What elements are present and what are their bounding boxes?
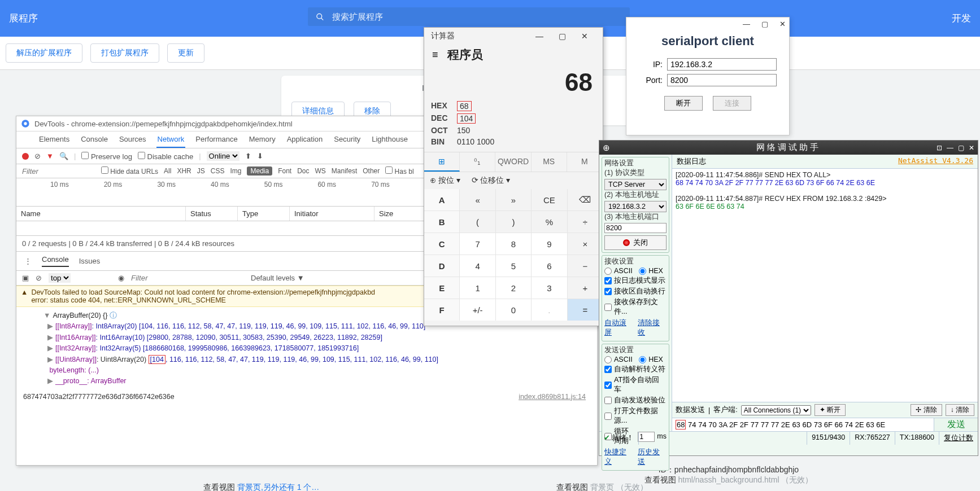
key-div[interactable]: ÷ (568, 211, 603, 233)
bottom-link[interactable]: html/nassh_background.html （无效） (678, 475, 813, 484)
tab-application[interactable]: Application (286, 131, 324, 148)
chip-media[interactable]: Media (247, 166, 272, 176)
key-d[interactable]: D (424, 255, 459, 277)
key-4[interactable]: 4 (460, 255, 495, 277)
clear-icon[interactable]: ⊘ (34, 152, 41, 160)
key-mul[interactable]: × (568, 233, 603, 255)
clear-btn[interactable]: ✢ 清除 (911, 404, 942, 416)
quick-def-link[interactable]: 快捷定义 (604, 448, 633, 467)
search-input[interactable] (332, 12, 622, 21)
file-source-check[interactable] (604, 413, 612, 420)
console-filter-input[interactable] (131, 274, 244, 282)
bitwise-dropdown[interactable]: ⊕ 按位 ▾ (430, 176, 460, 186)
download-icon[interactable]: ⬇ (257, 152, 263, 160)
pack-extension-button[interactable]: 打包扩展程序 (90, 43, 159, 63)
disconnect-button[interactable]: 断开 (664, 96, 703, 111)
reset-count-link[interactable]: 复位计数 (939, 432, 978, 445)
close-button[interactable]: ✕ (573, 32, 596, 41)
auto-wrap-check[interactable] (604, 288, 612, 295)
chip-other[interactable]: Other (363, 167, 380, 175)
tab-elements[interactable]: Elements (38, 131, 71, 148)
console-clear-icon[interactable]: ⊘ (36, 274, 42, 282)
tab-sources[interactable]: Sources (118, 131, 147, 148)
key-9[interactable]: 9 (532, 233, 567, 255)
qword-button[interactable]: QWORD (495, 152, 531, 172)
key-lparen[interactable]: ( (460, 211, 495, 233)
key-add[interactable]: + (568, 277, 603, 299)
key-sub[interactable]: − (568, 255, 603, 277)
filter-icon[interactable]: ▼ (46, 152, 54, 160)
col-status[interactable]: Status (186, 207, 238, 221)
drawer-menu-icon[interactable]: ⋮ (24, 257, 32, 265)
chip-xhr[interactable]: XHR (177, 167, 191, 175)
tab-security[interactable]: Security (333, 131, 361, 148)
spc-close[interactable]: ✕ (779, 20, 786, 28)
key-lsh[interactable]: « (460, 189, 495, 211)
m-button[interactable]: M (567, 152, 603, 172)
chip-js[interactable]: JS (197, 167, 205, 175)
maximize-button[interactable]: ▢ (551, 32, 573, 41)
source-link[interactable]: index.d869b811.js:14 (519, 392, 586, 402)
throttle-select[interactable]: Online (207, 151, 239, 161)
console-levels[interactable]: Default levels ▼ (251, 274, 304, 282)
close-conn-button[interactable]: 关闭 (604, 235, 667, 250)
chip-font[interactable]: Font (278, 167, 291, 175)
console-sidebar-icon[interactable]: ▣ (22, 274, 29, 282)
port-input[interactable] (667, 74, 777, 86)
connect-button[interactable]: 连接 (713, 96, 751, 111)
ip-input[interactable] (667, 58, 777, 71)
key-b[interactable]: B (424, 211, 459, 233)
bit-tab[interactable]: ⁰₁ (460, 152, 495, 172)
dec-label[interactable]: DEC (431, 113, 451, 124)
search-box[interactable] (308, 7, 630, 26)
clear2-btn[interactable]: ↓ 清除 (946, 404, 974, 416)
na-close-icon[interactable]: ✕ (969, 144, 974, 152)
col-name[interactable]: Name (16, 207, 186, 221)
key-equals[interactable]: = (568, 299, 603, 321)
disable-cache[interactable]: Disable cache (138, 152, 193, 161)
port-input-na[interactable] (604, 223, 667, 233)
key-neg[interactable]: +/- (460, 299, 495, 321)
hist-send-link[interactable]: 历史发送 (638, 448, 667, 467)
log-area[interactable]: [2020-09-11 11:47:54.886]# SEND HEX TO A… (672, 169, 978, 402)
console-context-select[interactable]: top (49, 273, 71, 283)
key-1[interactable]: 1 (460, 277, 495, 299)
checksum-check[interactable] (604, 397, 612, 404)
record-button[interactable] (22, 153, 29, 160)
chip-all[interactable]: All (164, 167, 171, 175)
keypad-tab[interactable]: ⊞ (424, 152, 460, 172)
preserve-log[interactable]: Preserve log (81, 152, 132, 161)
tab-performance[interactable]: Performance (194, 131, 238, 148)
recv-ascii-radio[interactable] (604, 268, 612, 275)
key-a[interactable]: A (424, 189, 459, 211)
key-8[interactable]: 8 (496, 233, 531, 255)
update-button[interactable]: 更新 (167, 43, 204, 63)
hex-label[interactable]: HEX (431, 101, 451, 111)
col-initiator[interactable]: Initiator (290, 207, 374, 221)
key-5[interactable]: 5 (496, 255, 531, 277)
key-7[interactable]: 7 (460, 233, 495, 255)
chip-ws[interactable]: WS (315, 167, 326, 175)
key-ce[interactable]: CE (532, 189, 567, 211)
load-unpacked-button[interactable]: 解压的扩展程序 (6, 43, 82, 63)
key-mod[interactable]: % (532, 211, 567, 233)
ms-button[interactable]: MS (532, 152, 567, 172)
chip-manifest[interactable]: Manifest (332, 167, 357, 175)
menu-icon[interactable]: ≡ (432, 49, 438, 61)
bitshift-dropdown[interactable]: ⟳ 位移位 ▾ (472, 176, 511, 186)
tab-network[interactable]: Network (156, 131, 186, 148)
escape-check[interactable] (604, 366, 612, 373)
spc-maximize[interactable]: ▢ (761, 20, 768, 28)
na-min-icon[interactable]: — (947, 144, 953, 152)
at-cr-check[interactable] (604, 382, 612, 389)
key-backspace[interactable]: ⌫ (568, 189, 603, 211)
tab-memory[interactable]: Memory (248, 131, 277, 148)
save-file-check[interactable] (604, 304, 612, 311)
drawer-tab-issues[interactable]: Issues (79, 257, 101, 265)
send-button[interactable]: 发送 (934, 418, 978, 431)
drawer-tab-console[interactable]: Console (42, 255, 69, 267)
na-max-icon[interactable]: ▢ (958, 144, 964, 152)
send-text[interactable]: 68 74 74 70 3A 2F 2F 77 77 77 2E 63 6D 7… (672, 418, 934, 431)
clear-recv-link[interactable]: 清除接收 (638, 318, 667, 337)
key-0[interactable]: 0 (496, 299, 531, 321)
